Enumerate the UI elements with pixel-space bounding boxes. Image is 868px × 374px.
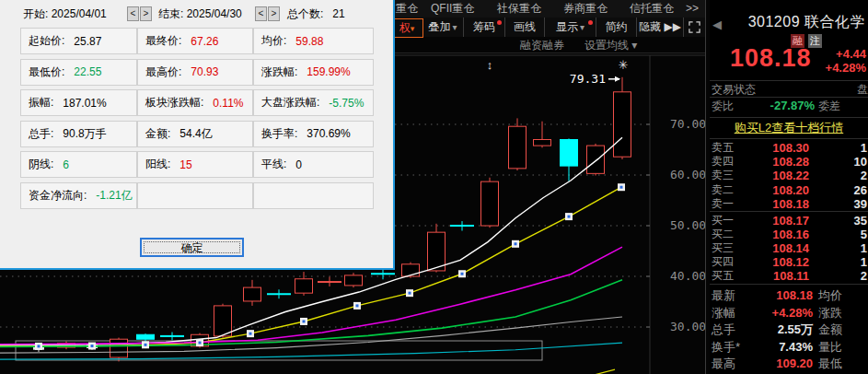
- divider: [710, 117, 868, 118]
- ma-settings-link[interactable]: 设置均线 ▾: [584, 38, 637, 53]
- weibi-row: 委比 -27.87% 委差: [710, 99, 868, 113]
- ask-row-5[interactable]: 卖五108.301: [710, 141, 868, 155]
- divider: [710, 138, 868, 139]
- start-date-label: 开始: 2025/04/01: [23, 6, 107, 22]
- tab-0[interactable]: 重仓: [396, 0, 418, 18]
- level-volume: 2: [861, 169, 867, 182]
- level-volume: 35: [854, 214, 867, 228]
- level-volume: 1: [861, 141, 867, 155]
- candle-3[interactable]: [110, 339, 128, 357]
- toolbar-button-简约[interactable]: 简约: [596, 18, 637, 37]
- trade-status-row: 交易状态 盘: [710, 82, 868, 97]
- level-price: 108.30: [745, 141, 809, 155]
- ma-marker-dot: [145, 344, 147, 346]
- bid-row-1[interactable]: 买一108.1735: [710, 214, 868, 228]
- ask-row-3[interactable]: 卖三108.222: [710, 169, 868, 182]
- level-volume: 5: [861, 228, 867, 241]
- toolbar-button-expand-icon[interactable]: [684, 18, 706, 37]
- candle-4[interactable]: [137, 334, 155, 339]
- tab-3[interactable]: 券商重仓: [563, 0, 608, 18]
- ask-row-1[interactable]: 卖一108.1839: [710, 197, 868, 211]
- stat-cell-5-1: [137, 182, 253, 209]
- tab-4[interactable]: 信托重仓: [630, 0, 674, 18]
- candle-19[interactable]: [534, 140, 551, 146]
- stat-cell-5-0: 资金净流向:-1.21亿: [20, 182, 137, 209]
- start-date-next-button[interactable]: >: [140, 6, 152, 21]
- ma-marker-dot: [249, 333, 252, 335]
- level-price: 108.20: [745, 183, 809, 197]
- candle-12[interactable]: [345, 275, 363, 286]
- ma-yellow-long: [589, 369, 615, 374]
- candle-17[interactable]: [481, 181, 499, 226]
- y-axis-tick-label: 50.00: [670, 218, 705, 232]
- stat-cell-1-1: 最高价:70.93: [137, 59, 253, 86]
- candle-7[interactable]: [214, 306, 232, 336]
- candle-18[interactable]: [509, 126, 527, 169]
- tabs-overflow-button[interactable]: >>: [686, 0, 699, 18]
- level-price: 108.12: [745, 255, 809, 269]
- collapse-panel-icon[interactable]: ◀: [712, 18, 722, 31]
- candle-22[interactable]: [614, 92, 631, 157]
- bid-row-4[interactable]: 买四108.121: [710, 255, 868, 269]
- end-date-label: 结束: 2025/04/30: [158, 6, 242, 22]
- buy-l2-link[interactable]: 购买L2查看十档行情: [710, 119, 868, 137]
- start-date-prev-button[interactable]: <: [127, 6, 139, 21]
- toolbar-button-画线[interactable]: 画线: [505, 18, 545, 37]
- level-price: 108.16: [745, 228, 809, 241]
- annotation-arrowhead: [615, 76, 620, 82]
- adjust-rights-button[interactable]: 权▾: [390, 18, 423, 38]
- stat-cell-0-1: 最终价:67.26: [137, 28, 253, 54]
- tab-1[interactable]: QFII重仓: [431, 0, 474, 18]
- candle-10[interactable]: [295, 279, 313, 293]
- level-volume: 10: [854, 155, 867, 169]
- level-label: 卖一: [712, 197, 734, 211]
- dialog-ok-button[interactable]: 确定: [140, 238, 244, 257]
- level-label: 卖三: [712, 169, 734, 182]
- app-window: 重仓QFII重仓社保重仓券商重仓信托重仓>> 叠加▾筹码画线显示▾简约隐藏 ▶▶…: [0, 0, 868, 374]
- stat-cell-3-1: 金额:54.4亿: [137, 121, 253, 147]
- level-volume: 1: [861, 255, 867, 269]
- ask-row-2[interactable]: 卖二108.2026: [710, 183, 868, 197]
- divider: [710, 284, 868, 285]
- star-icon[interactable]: ✳: [619, 58, 629, 72]
- expand-icon: [689, 21, 700, 33]
- toolbar-button-筹码[interactable]: 筹码: [464, 18, 505, 37]
- ma-marker-dot: [568, 216, 571, 218]
- stat-cell-4-0: 阴线:6: [20, 151, 137, 178]
- candle-8[interactable]: [244, 287, 261, 301]
- stat-row-0: 最新108.18均价: [710, 287, 868, 304]
- margin-trading-link[interactable]: 融资融券: [520, 38, 564, 53]
- bid-row-2[interactable]: 买二108.165: [710, 228, 868, 241]
- level-label: 卖四: [712, 155, 734, 169]
- level-price: 108.17: [745, 214, 809, 228]
- start-date-value: 2025/04/01: [52, 7, 107, 20]
- tab-2[interactable]: 社保重仓: [497, 0, 541, 18]
- toolbar-button-显示[interactable]: 显示▾: [545, 18, 596, 37]
- updown-arrow-icon[interactable]: ↕: [487, 58, 493, 72]
- candle-20[interactable]: [561, 140, 578, 167]
- ma-marker-dot: [91, 345, 94, 347]
- end-date-prev-button[interactable]: <: [255, 6, 267, 21]
- candle-21[interactable]: [587, 146, 605, 173]
- ma-marker-dot: [38, 345, 41, 347]
- stat-cell-3-0: 总手:90.8万手: [20, 121, 137, 147]
- ma-marker-dot: [409, 292, 411, 295]
- toolbar-button-隐藏 ▶▶[interactable]: 隐藏 ▶▶: [637, 18, 684, 37]
- stat-cell-0-2: 均价:59.88: [253, 28, 374, 54]
- stat-cell-1-2: 涨跌幅:159.99%: [253, 59, 374, 86]
- quote-panel: ◀ 301209 联合化学 融注 108.18 +4.44+4.28% 交易状态…: [710, 0, 868, 374]
- stat-row-4: 最高109.20最低: [710, 356, 868, 372]
- level-volume: 1: [861, 241, 867, 255]
- toolbar-button-叠加[interactable]: 叠加▾: [422, 18, 464, 37]
- high-price-annotation: 79.31: [570, 72, 606, 86]
- stat-cell-2-1: 板块涨跌幅:0.11%: [137, 89, 253, 116]
- end-date-next-button[interactable]: >: [268, 6, 280, 21]
- level-price: 108.28: [745, 155, 809, 169]
- level-price: 108.11: [745, 269, 809, 283]
- stat-cell-4-1: 阳线:15: [137, 151, 253, 178]
- level-label: 卖二: [712, 183, 734, 197]
- bid-row-3[interactable]: 买三108.141: [710, 241, 868, 255]
- notification-dot: [497, 20, 502, 25]
- ask-row-4[interactable]: 卖四108.2810: [710, 155, 868, 169]
- bid-row-5[interactable]: 买五108.112: [710, 269, 868, 283]
